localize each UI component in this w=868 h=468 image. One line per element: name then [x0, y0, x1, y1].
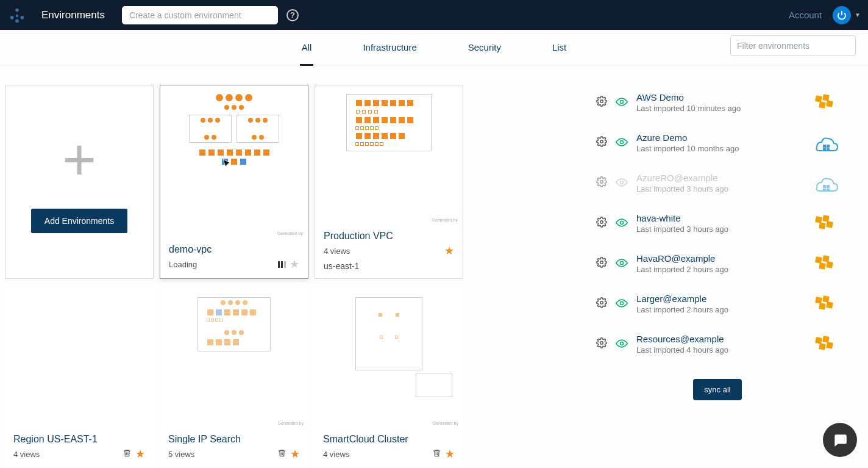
card-body: demo-vpc Loading ★ — [160, 238, 308, 278]
svg-rect-34 — [826, 261, 833, 268]
tab-security[interactable]: Security — [443, 30, 527, 65]
tab-infrastructure[interactable]: Infrastructure — [337, 30, 442, 65]
topbar-right: Account ▼ — [789, 6, 861, 24]
card-smartcloud-cluster[interactable]: Generated by SmartCloud Cluster 4 views … — [315, 289, 463, 468]
card-title: Production VPC — [324, 231, 454, 242]
source-row: hava-white Last imported 3 hours ago — [596, 206, 839, 241]
account-link[interactable]: Account — [789, 10, 822, 20]
svg-rect-10 — [826, 100, 833, 107]
star-icon[interactable]: ★ — [290, 447, 300, 461]
svg-rect-31 — [815, 256, 822, 264]
svg-rect-25 — [815, 216, 822, 223]
svg-point-6 — [621, 100, 624, 103]
aws-icon — [812, 335, 839, 353]
card-body: Region US-EAST-1 4 views ★ — [5, 428, 154, 468]
gear-icon[interactable] — [596, 297, 607, 311]
svg-rect-39 — [819, 303, 826, 310]
source-name[interactable]: AWS Demo — [636, 92, 803, 103]
card-thumb: Generated by — [160, 85, 308, 238]
svg-point-2 — [21, 15, 24, 19]
eye-icon[interactable] — [616, 217, 628, 230]
power-icon — [833, 6, 851, 24]
trash-icon[interactable] — [432, 448, 441, 461]
card-single-ip-search[interactable]: Generated by Single IP Search 5 views ★ — [160, 289, 308, 468]
create-environment-input[interactable] — [122, 6, 278, 24]
generated-by-label: Generated by — [433, 421, 458, 425]
aws-icon — [812, 214, 839, 232]
svg-rect-45 — [819, 343, 826, 350]
source-name[interactable]: Azure Demo — [636, 132, 803, 143]
svg-rect-21 — [823, 189, 826, 192]
tab-list[interactable]: List — [527, 30, 592, 65]
svg-point-11 — [600, 140, 603, 143]
card-thumb: Generated by — [315, 289, 463, 428]
source-name[interactable]: Larger@example — [636, 293, 803, 304]
svg-point-35 — [600, 301, 603, 304]
svg-point-18 — [621, 181, 624, 184]
svg-rect-20 — [827, 185, 830, 188]
svg-rect-32 — [822, 255, 830, 262]
svg-rect-27 — [819, 222, 826, 229]
aws-icon — [812, 254, 839, 273]
card-region-us-east-1[interactable]: Region US-EAST-1 4 views ★ — [5, 289, 154, 468]
tab-all[interactable]: All — [276, 30, 338, 65]
eye-icon[interactable] — [616, 338, 628, 351]
eye-icon[interactable] — [616, 298, 628, 311]
gear-icon[interactable] — [596, 257, 607, 270]
source-name[interactable]: HavaRO@example — [636, 253, 803, 264]
source-time: Last imported 10 minutes ago — [636, 104, 803, 113]
star-icon[interactable]: ★ — [135, 447, 145, 461]
sync-all-button[interactable]: sync all — [693, 379, 741, 400]
help-icon[interactable]: ? — [286, 9, 299, 21]
star-icon[interactable]: ★ — [444, 244, 454, 257]
gear-icon[interactable] — [596, 96, 607, 109]
eye-icon[interactable] — [616, 257, 628, 270]
card-title: demo-vpc — [169, 244, 299, 255]
svg-point-5 — [600, 100, 603, 103]
card-title: Single IP Search — [168, 434, 300, 445]
source-name[interactable]: AzureRO@example — [636, 173, 803, 183]
source-row: HavaRO@example Last imported 2 hours ago — [596, 246, 839, 281]
power-menu[interactable]: ▼ — [833, 6, 861, 24]
star-icon[interactable]: ★ — [290, 257, 299, 271]
source-time: Last imported 3 hours ago — [636, 184, 803, 193]
star-icon[interactable]: ★ — [445, 447, 455, 461]
source-name[interactable]: Resources@example — [636, 334, 803, 344]
chat-fab[interactable] — [823, 423, 857, 457]
svg-point-3 — [15, 19, 19, 23]
card-demo-vpc[interactable]: Generated by demo-vpc Loading ★ — [160, 85, 308, 279]
main: + Add Environments — [0, 65, 868, 468]
source-row: AWS Demo Last imported 10 minutes ago — [596, 85, 839, 120]
azure-icon — [812, 174, 839, 192]
sync-wrap: sync all — [596, 379, 839, 400]
card-body: Production VPC 4 views ★ us-east-1 — [315, 225, 463, 278]
add-environments-button[interactable]: Add Environments — [31, 209, 127, 233]
trash-icon[interactable] — [123, 448, 132, 461]
card-sub: Loading — [169, 260, 197, 269]
eye-icon[interactable] — [616, 177, 628, 190]
trash-icon[interactable] — [277, 448, 286, 461]
source-name[interactable]: hava-white — [636, 213, 803, 223]
card-thumb: Generated by — [315, 85, 463, 225]
svg-point-12 — [621, 140, 624, 143]
eye-icon[interactable] — [616, 137, 628, 149]
card-production-vpc[interactable]: Generated by Production VPC 4 views ★ us… — [315, 85, 463, 279]
gear-icon[interactable] — [596, 217, 607, 230]
chevron-down-icon: ▼ — [855, 12, 861, 18]
logo[interactable] — [7, 5, 27, 25]
svg-rect-37 — [815, 297, 822, 304]
gear-icon[interactable] — [596, 337, 607, 351]
plus-icon: + — [62, 131, 96, 189]
svg-rect-26 — [822, 215, 830, 222]
gear-icon[interactable] — [596, 136, 607, 149]
eye-icon[interactable] — [616, 96, 628, 109]
filter-input[interactable] — [730, 35, 856, 56]
svg-rect-14 — [827, 145, 830, 148]
svg-rect-7 — [815, 95, 822, 103]
azure-icon — [812, 134, 839, 152]
svg-point-1 — [10, 15, 14, 19]
gear-icon[interactable] — [596, 176, 607, 190]
add-environments-card[interactable]: + Add Environments — [5, 85, 154, 279]
generated-by-label: Generated by — [278, 421, 304, 425]
source-time: Last imported 4 hours ago — [636, 345, 803, 355]
